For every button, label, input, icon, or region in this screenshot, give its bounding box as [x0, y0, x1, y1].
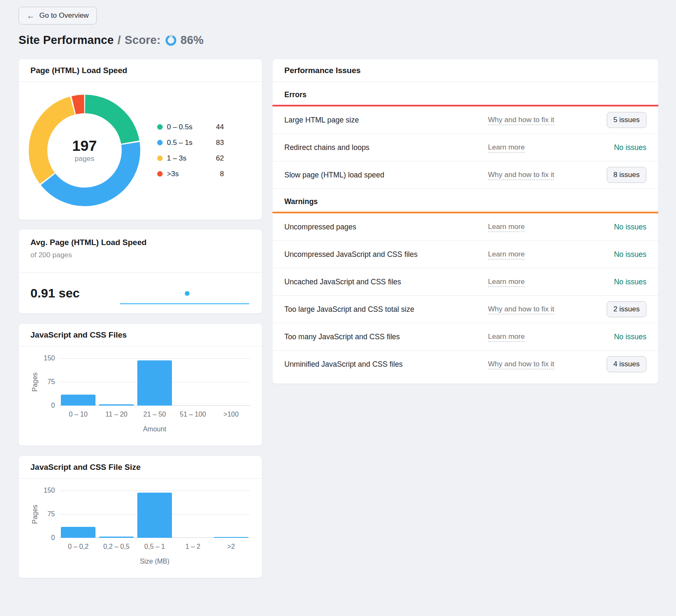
- learn-more-link[interactable]: Learn more: [488, 250, 525, 259]
- avg-load-speed-value: 0.91 sec: [30, 286, 80, 300]
- avg-speed-trend-chart[interactable]: [120, 273, 249, 313]
- arrow-left-icon: ←: [27, 12, 35, 20]
- x-tick-label: 0,2 – 0,5: [97, 543, 135, 551]
- y-axis-ticks: 150 75 0: [40, 358, 59, 406]
- issue-row: Uncompressed JavaScript and CSS filesLea…: [273, 241, 658, 268]
- card-title-load-speed: Page (HTML) Load Speed: [19, 59, 262, 82]
- legend-label: 0 – 0.5s: [167, 123, 193, 131]
- issue-link-column: Why and how to fix it: [488, 360, 594, 368]
- legend-value: 83: [216, 139, 224, 147]
- title-separator: /: [117, 34, 121, 47]
- learn-more-link[interactable]: Learn more: [488, 333, 525, 342]
- js-css-file-size-bar-chart[interactable]: [59, 491, 250, 538]
- issue-link-column: Why and how to fix it: [488, 305, 594, 313]
- bar[interactable]: [99, 537, 134, 538]
- right-column: Performance Issues ErrorsLarge HTML page…: [273, 59, 658, 384]
- bar[interactable]: [99, 404, 134, 406]
- page-load-speed-card: Page (HTML) Load Speed 197 pages 0 – 0.5…: [19, 59, 262, 220]
- legend-dot-icon: [157, 140, 163, 145]
- issues-count-button[interactable]: 8 issues: [607, 167, 646, 183]
- gridline: [59, 358, 250, 359]
- js-css-files-bar-chart[interactable]: [59, 358, 250, 406]
- avg-card-subtitle: of 200 pages: [30, 251, 250, 259]
- x-axis-label: Amount: [59, 425, 250, 433]
- issue-status-column: No issues: [594, 333, 646, 341]
- x-axis-categories: 0 – 0,20,2 – 0,50,5 – 11 – 2>2: [59, 543, 250, 551]
- x-tick-label: 0,5 – 1: [136, 543, 174, 551]
- bar[interactable]: [61, 527, 95, 538]
- trend-line: [120, 303, 249, 304]
- avg-card-header: Avg. Page (HTML) Load Speed of 200 pages: [19, 229, 262, 273]
- bar[interactable]: [137, 493, 172, 538]
- legend-value: 62: [216, 154, 224, 163]
- learn-more-link[interactable]: Learn more: [488, 223, 525, 232]
- performance-issues-card: Performance Issues ErrorsLarge HTML page…: [273, 59, 658, 384]
- issue-status-column: No issues: [594, 278, 646, 286]
- page-title-text: Site Performance: [19, 34, 114, 47]
- y-axis-ticks: 150 75 0: [40, 491, 59, 538]
- issue-link-column: Learn more: [488, 333, 594, 341]
- issue-label: Too many JavaScript and CSS files: [284, 333, 488, 341]
- issue-row: Uncached JavaScript and CSS filesLearn m…: [273, 268, 658, 296]
- issue-status-column: No issues: [594, 250, 646, 259]
- issue-link-column: Learn more: [488, 143, 594, 152]
- issues-section-warnings: WarningsUncompressed pagesLearn moreNo i…: [273, 189, 658, 378]
- card-title-js-css-files: JavaScript and CSS Files: [19, 324, 262, 346]
- go-to-overview-button[interactable]: ← Go to Overview: [19, 7, 97, 25]
- x-tick-label: 51 – 100: [174, 411, 212, 418]
- legend-value: 44: [216, 123, 224, 131]
- issue-status-column: 8 issues: [594, 167, 646, 183]
- issues-section-errors: ErrorsLarge HTML page sizeWhy and how to…: [273, 82, 658, 189]
- y-tick: 150: [44, 354, 55, 362]
- issue-label: Uncompressed pages: [284, 223, 488, 232]
- issues-count-button[interactable]: 2 issues: [607, 301, 646, 317]
- x-tick-label: >2: [212, 543, 250, 551]
- x-tick-label: >100: [212, 411, 250, 418]
- why-and-how-to-fix-link[interactable]: Why and how to fix it: [488, 171, 554, 180]
- issue-label: Slow page (HTML) load speed: [284, 171, 488, 180]
- issue-status-column: 5 issues: [594, 112, 646, 128]
- card-title-performance-issues: Performance Issues: [273, 59, 658, 82]
- load-speed-donut-chart[interactable]: 197 pages: [29, 95, 140, 206]
- bar[interactable]: [214, 537, 248, 538]
- trend-dot: [185, 291, 190, 296]
- issue-link-column: Why and how to fix it: [488, 171, 594, 179]
- section-label: Warnings: [273, 189, 658, 212]
- y-axis-label: Pages: [30, 358, 40, 406]
- card-title-avg-load-speed: Avg. Page (HTML) Load Speed: [30, 238, 250, 247]
- issue-label: Too large JavaScript and CSS total size: [284, 305, 488, 314]
- legend-item: 1 – 3s62: [157, 154, 224, 163]
- issue-status-column: 2 issues: [594, 301, 646, 317]
- x-tick-label: 0 – 0,2: [59, 543, 97, 551]
- issue-status-column: No issues: [594, 143, 646, 152]
- issue-label: Unminified JavaScript and CSS files: [284, 360, 488, 369]
- issues-count-button[interactable]: 4 issues: [607, 356, 646, 372]
- issue-label: Uncached JavaScript and CSS files: [284, 278, 488, 286]
- legend-value: 8: [220, 170, 224, 178]
- why-and-how-to-fix-link[interactable]: Why and how to fix it: [488, 305, 554, 314]
- issue-row: Too large JavaScript and CSS total sizeW…: [273, 296, 658, 323]
- js-css-file-size-chart-body: Pages 150 75 0 0 – 0,20,2 – 0,50,5 – 11 …: [19, 479, 262, 578]
- y-tick: 0: [51, 402, 55, 409]
- bar[interactable]: [61, 395, 95, 406]
- why-and-how-to-fix-link[interactable]: Why and how to fix it: [488, 360, 554, 369]
- y-tick: 75: [47, 510, 55, 518]
- learn-more-link[interactable]: Learn more: [488, 143, 525, 153]
- card-title-js-css-file-size: JavaScript and CSS File Size: [19, 456, 262, 479]
- bar[interactable]: [137, 360, 172, 406]
- score-ring-icon: [165, 35, 177, 46]
- issue-row: Uncompressed pagesLearn moreNo issues: [273, 213, 658, 241]
- issue-link-column: Learn more: [488, 278, 594, 286]
- issue-row: Unminified JavaScript and CSS filesWhy a…: [273, 351, 658, 378]
- score-label: Score:: [125, 34, 161, 47]
- y-tick: 75: [47, 378, 55, 386]
- y-axis-label: Pages: [30, 491, 40, 538]
- legend-label: 1 – 3s: [167, 154, 186, 163]
- issues-count-button[interactable]: 5 issues: [607, 112, 646, 128]
- legend-item: 0 – 0.5s44: [157, 123, 224, 131]
- issue-link-column: Learn more: [488, 250, 594, 259]
- js-css-files-card: JavaScript and CSS Files Pages 150 75 0: [19, 324, 262, 446]
- no-issues-status: No issues: [614, 223, 646, 232]
- learn-more-link[interactable]: Learn more: [488, 278, 525, 287]
- why-and-how-to-fix-link[interactable]: Why and how to fix it: [488, 116, 554, 125]
